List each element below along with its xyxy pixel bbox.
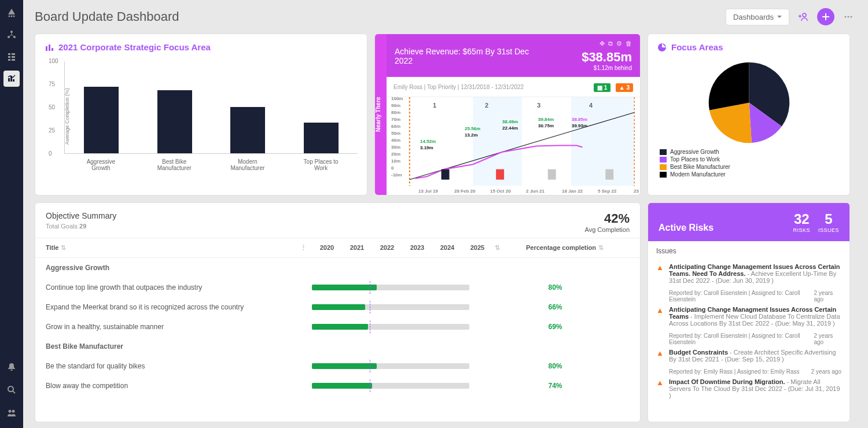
issue-reporter: Reported by: Caroll Eisenstein | Assigne… <box>669 333 814 345</box>
y-tick: 50m <box>391 131 400 136</box>
bar-label: Best Bike Manufacturer <box>154 158 194 172</box>
bar-chart: 100 75 50 25 0 <box>64 61 358 154</box>
year-header[interactable]: 2023 <box>402 244 432 252</box>
bar-1 <box>157 90 192 153</box>
col-completion[interactable]: Percentage completion⇅ <box>500 244 630 252</box>
x-tick: 2 Jun 21 <box>526 189 545 194</box>
gantt-bar <box>300 283 481 292</box>
x-tick: 15 Oct 20 <box>490 189 511 194</box>
year-header[interactable]: 2025 <box>462 244 492 252</box>
year-header[interactable]: 2022 <box>372 244 402 252</box>
segment-num: 1 <box>433 102 436 109</box>
legend-label: Best Bike Manufacturer <box>670 164 730 170</box>
segment-num: 4 <box>589 102 593 109</box>
nav-list-icon[interactable] <box>3 49 20 65</box>
gear-icon[interactable]: ⚙ <box>616 40 622 47</box>
avg-completion-label: Avg Completion <box>585 226 630 233</box>
year-header[interactable]: 2020 <box>312 244 342 252</box>
objective-row[interactable]: Be the standard for quality bikes 80% <box>35 356 640 376</box>
svg-point-12 <box>8 386 13 392</box>
svg-rect-11 <box>12 59 15 61</box>
year-header[interactable]: 2024 <box>432 244 462 252</box>
svg-point-16 <box>845 16 847 18</box>
nav-tree-icon[interactable] <box>3 27 20 43</box>
issue-reporter: Reported by: Emily Rass | Assigned to: E… <box>669 368 799 375</box>
gantt-bar <box>300 382 481 390</box>
issue-age: 2 years ago <box>814 333 841 345</box>
issue-age: 2 years ago <box>811 368 841 375</box>
revenue-goal: Achieve Revenue: $65m By 31st Dec 2022 <box>395 47 539 65</box>
year-header[interactable]: 2021 <box>342 244 372 252</box>
warning-icon: ▲ <box>656 306 664 314</box>
search-icon[interactable] <box>3 382 20 398</box>
warning-icon: ▲ <box>656 378 664 386</box>
objective-title: Grow in a healthy, sustainable manner <box>46 323 300 331</box>
x-tick: 18 Jan 22 <box>562 189 583 194</box>
objective-rows: Aggressive GrowthContinue top line growt… <box>35 258 640 422</box>
svg-point-0 <box>9 16 10 17</box>
page-title: Board Update Dashboard <box>35 9 726 24</box>
y-tick: 90m <box>391 103 400 108</box>
issue-item[interactable]: ▲ Impact Of Downtime During Migration. -… <box>656 375 841 403</box>
nav-dashboard-icon[interactable] <box>3 71 20 87</box>
revenue-card: Nearly There Achieve Revenue: $65m By 31… <box>374 34 641 195</box>
revenue-amount: $38.85m <box>582 50 632 65</box>
issues-count: 5 <box>818 211 839 227</box>
svg-rect-6 <box>8 53 10 55</box>
objective-row[interactable]: Expand the Meerkat brand so it is recogn… <box>35 297 640 317</box>
checkins-badge[interactable]: ▦ 1 <box>594 83 610 92</box>
copy-icon[interactable]: ⧉ <box>608 40 613 47</box>
svg-rect-21 <box>52 48 53 51</box>
svg-point-13 <box>9 410 12 413</box>
legend-label: Top Places to Work <box>670 156 720 163</box>
svg-rect-7 <box>8 56 10 58</box>
bell-icon[interactable] <box>3 359 20 375</box>
revenue-meta: Emily Ross | Top Priority | 12/31/2018 -… <box>393 84 524 90</box>
svg-rect-8 <box>8 59 10 61</box>
more-icon[interactable] <box>840 9 856 25</box>
chevron-down-icon <box>777 14 782 19</box>
logo-icon[interactable] <box>3 5 20 21</box>
obj-summary-title: Objective Summary <box>46 211 585 220</box>
risks-badge[interactable]: ▲ 3 <box>616 83 633 92</box>
svg-rect-20 <box>49 45 50 51</box>
col-title[interactable]: Title⇅ <box>46 244 300 252</box>
focus-card-title: 2021 Corporate Strategic Focus Area <box>58 42 211 52</box>
y-tick: 70m <box>391 117 400 122</box>
gantt-bar <box>300 303 481 311</box>
objective-summary-card: Objective Summary Total Goals 29 42% Avg… <box>35 202 641 422</box>
focus-areas-pie-card: Focus Areas Aggressive GrowthTop Places … <box>648 34 850 195</box>
revenue-behind: $1.12m behind <box>582 65 632 71</box>
bar-3 <box>304 123 339 153</box>
pie-card-title: Focus Areas <box>671 42 723 52</box>
legend-label: Aggressive Growth <box>670 149 719 155</box>
add-user-button[interactable] <box>795 9 811 25</box>
objective-pct: 69% <box>481 323 630 331</box>
objective-title: Be the standard for quality bikes <box>46 362 300 370</box>
gantt-bar <box>300 362 481 370</box>
bar-label: Aggressive Growth <box>80 158 121 172</box>
issue-item[interactable]: ▲ Anticipating Change Managment Issues A… <box>656 302 841 330</box>
objective-row[interactable]: Blow away the competition 74% <box>35 376 640 396</box>
move-icon[interactable]: ✥ <box>599 40 605 47</box>
bar-chart-icon <box>45 43 54 52</box>
segment-num: 2 <box>485 102 488 109</box>
objective-row[interactable]: Grow in a healthy, sustainable manner 69… <box>35 317 640 337</box>
trash-icon[interactable]: 🗑 <box>626 40 632 47</box>
dashboards-dropdown[interactable]: Dashboards <box>726 9 789 25</box>
warning-icon: ▲ <box>656 349 664 357</box>
risks-count: 32 <box>793 211 810 227</box>
issue-item[interactable]: ▲ Anticipating Change Management Issues … <box>656 260 841 287</box>
y-tick: 40m <box>391 138 400 143</box>
avg-completion-pct: 42% <box>585 211 630 226</box>
issue-reporter: Reported by: Caroll Eisenstein | Assigne… <box>669 290 814 302</box>
objective-title: Blow away the competition <box>46 382 300 390</box>
add-button[interactable] <box>817 8 834 25</box>
svg-rect-25 <box>571 97 635 186</box>
pie-chart-icon <box>657 43 667 52</box>
svg-rect-9 <box>12 53 15 55</box>
objective-pct: 80% <box>481 283 630 292</box>
objective-row[interactable]: Continue top line growth that outpaces t… <box>35 278 640 297</box>
issue-item[interactable]: ▲ Budget Constraints - Create Architect … <box>656 345 841 366</box>
people-icon[interactable] <box>3 405 20 421</box>
